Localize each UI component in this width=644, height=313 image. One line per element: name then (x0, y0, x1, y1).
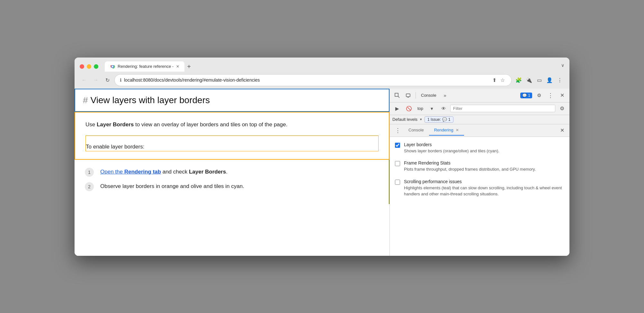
page-content: # View layers with layer borders Use Lay… (75, 89, 389, 256)
svg-rect-5 (407, 97, 409, 98)
browser-window: Rendering: feature reference - ✕ + ∨ ← →… (75, 58, 569, 256)
inspect-element-button[interactable] (392, 91, 402, 100)
levels-dropdown-arrow[interactable]: ▾ (420, 117, 422, 121)
info-icon: ℹ (120, 77, 121, 83)
rendering-tab-link[interactable]: Open the Rendering tab (100, 169, 161, 175)
device-icon (406, 93, 411, 98)
issue-count: 1 (448, 117, 451, 122)
bookmark-button[interactable]: ☆ (499, 76, 506, 84)
profile-button[interactable]: 👤 (545, 76, 554, 85)
issue-badge[interactable]: 1 Issue: 💬 1 (425, 116, 453, 123)
step-number-1: 1 (85, 168, 94, 177)
device-toolbar-button[interactable] (403, 91, 413, 100)
page-heading: View layers with layer borders (91, 95, 210, 105)
devtools-toolbar-3: Default levels ▾ 1 Issue: 💬 1 (390, 115, 569, 124)
console-settings-button[interactable]: ⚙ (557, 104, 567, 113)
drawer-more-button[interactable]: ⋮ (392, 124, 403, 137)
console-tab-text: Console (408, 128, 424, 132)
step-1-text: Open the Rendering tab and check Layer B… (100, 167, 228, 176)
drawer-tabs: ⋮ Console Rendering ✕ ✕ (390, 124, 569, 137)
tab-bar: Rendering: feature reference - ✕ + (105, 61, 557, 72)
frame-rendering-desc: Plots frame throughput, dropped frames d… (404, 166, 564, 173)
tab-rendering[interactable]: Rendering ✕ (429, 125, 464, 136)
frame-rendering-title: Frame Rendering Stats (404, 160, 564, 165)
window-controls-right: ∨ (561, 63, 564, 70)
content-subheading-section: To enable layer borders: (85, 136, 379, 151)
console-badge: 💬 1 (520, 93, 532, 98)
heading-row: # View layers with layer borders (83, 95, 381, 105)
scrolling-performance-info: Scrolling performance issues Highlights … (404, 179, 564, 197)
layer-borders-info: Layer borders Shows layer borders (orang… (404, 142, 564, 154)
rendering-options-panel: Layer borders Shows layer borders (orang… (390, 137, 569, 256)
devtools-toolbar-1: Console » 💬 1 ⚙ ⋮ ✕ (390, 89, 569, 103)
layer-borders-desc: Shows layer borders (orange/olive) and t… (404, 148, 564, 154)
back-button[interactable]: ← (80, 76, 89, 85)
content-paragraph: Use Layer Borders to view an overlay of … (85, 120, 379, 136)
console-filter-input[interactable] (450, 105, 555, 112)
extensions-button[interactable]: 🧩 (514, 76, 523, 85)
layer-borders-title: Layer borders (404, 142, 564, 147)
more-button[interactable]: ⋮ (555, 76, 564, 85)
svg-point-1 (112, 66, 113, 67)
devtools-panel: Console » 💬 1 ⚙ ⋮ ✕ ▶ 🚫 top ▾ 👁 (389, 89, 569, 256)
top-dropdown-label: top (416, 105, 425, 112)
heading-section: # View layers with layer borders (75, 89, 389, 112)
tab-console[interactable]: Console (403, 125, 429, 136)
issue-label: 1 Issue: (427, 117, 441, 122)
scrolling-performance-checkbox[interactable] (395, 180, 400, 185)
address-bar: ← → ↻ ℹ localhost:8080/docs/devtools/ren… (75, 72, 569, 89)
close-button[interactable] (80, 64, 84, 69)
settings-button[interactable]: ⚙ (534, 91, 544, 100)
tab-label: Rendering: feature reference - (118, 64, 174, 69)
frame-rendering-info: Frame Rendering Stats Plots frame throug… (404, 160, 564, 173)
svg-rect-4 (406, 94, 410, 97)
levels-label: Default levels (392, 117, 417, 122)
badge-count: 1 (528, 93, 530, 98)
block-button[interactable]: 🚫 (404, 104, 414, 113)
console-tab-label[interactable]: Console (418, 92, 439, 99)
scrolling-performance-desc: Highlights elements (teal) that can slow… (404, 185, 564, 197)
forward-button[interactable]: → (91, 76, 100, 85)
chrome-icon (110, 64, 115, 69)
step-number-2: 2 (85, 182, 94, 191)
subheading-text: To enable layer borders: (86, 142, 378, 151)
extension2-button[interactable]: 🔌 (524, 76, 533, 85)
toolbar-separator (416, 92, 416, 99)
layer-borders-option: Layer borders Shows layer borders (orang… (395, 142, 564, 154)
more-options-button[interactable]: ⋮ (546, 91, 555, 100)
active-tab[interactable]: Rendering: feature reference - ✕ (105, 61, 184, 72)
address-field[interactable]: ℹ localhost:8080/docs/devtools/rendering… (114, 74, 512, 86)
paragraph-text: Use Layer Borders to view an overlay of … (85, 120, 379, 129)
close-drawer-button[interactable]: ✕ (558, 125, 567, 136)
frame-rendering-option: Frame Rendering Stats Plots frame throug… (395, 160, 564, 173)
badge-icon: 💬 (522, 93, 527, 98)
steps-list: 1 Open the Rendering tab and check Layer… (75, 160, 389, 204)
traffic-lights (80, 64, 98, 69)
close-devtools-button[interactable]: ✕ (557, 91, 567, 100)
layer-borders-checkbox[interactable] (395, 143, 400, 148)
collapse-icon[interactable]: ∨ (561, 63, 564, 68)
svg-rect-2 (395, 93, 398, 96)
refresh-button[interactable]: ↻ (103, 76, 112, 85)
issue-icon: 💬 (442, 117, 447, 122)
share-button[interactable]: ⬆ (491, 76, 498, 84)
close-tab-button[interactable]: ✕ (176, 64, 179, 69)
scrolling-performance-title: Scrolling performance issues (404, 179, 564, 184)
list-item: 1 Open the Rendering tab and check Layer… (85, 167, 379, 177)
content-section: Use Layer Borders to view an overlay of … (75, 112, 389, 160)
title-bar: Rendering: feature reference - ✕ + ∨ (75, 58, 569, 72)
play-button[interactable]: ▶ (392, 104, 402, 113)
sidebar-button[interactable]: ▭ (535, 76, 544, 85)
browser-actions: 🧩 🔌 ▭ 👤 ⋮ (514, 76, 564, 85)
minimize-button[interactable] (87, 64, 91, 69)
new-tab-button[interactable]: + (184, 62, 193, 72)
rendering-tab-text: Rendering (434, 128, 453, 132)
maximize-button[interactable] (94, 64, 98, 69)
top-dropdown-button[interactable]: ▾ (427, 104, 437, 113)
more-tabs-button[interactable]: » (440, 91, 450, 100)
main-area: # View layers with layer borders Use Lay… (75, 89, 569, 256)
eye-button[interactable]: 👁 (439, 104, 448, 113)
frame-rendering-checkbox[interactable] (395, 161, 400, 166)
close-rendering-tab[interactable]: ✕ (456, 128, 459, 132)
list-item: 2 Observe layer borders in orange and ol… (85, 182, 379, 191)
